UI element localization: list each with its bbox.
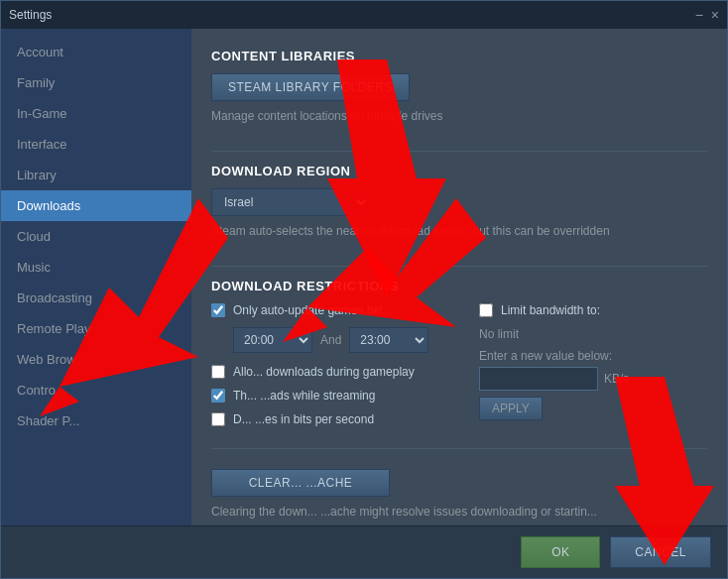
minimize-button[interactable]: − — [695, 8, 703, 22]
apply-button[interactable]: APPLY — [479, 397, 543, 420]
download-restrictions-section: Download Restrictions Only auto-update g… — [211, 279, 707, 436]
allow-downloads-checkbox[interactable] — [211, 365, 225, 379]
download-region-section: Download Region Israel Steam auto-select… — [211, 164, 707, 254]
content-libraries-section: Content Libraries STEAM LIBRARY FOLDERS … — [211, 49, 707, 139]
sidebar: Account Family In-Game Interface Library… — [1, 29, 191, 525]
divider-1 — [211, 151, 707, 152]
close-button[interactable]: × — [711, 8, 719, 22]
window-controls: − × — [695, 8, 719, 22]
and-label: And — [320, 333, 341, 347]
bandwidth-input[interactable] — [479, 367, 598, 391]
restrictions-right: Limit bandwidth to: No limit Enter a new… — [469, 303, 707, 436]
bottom-bar: OK CANCEL — [1, 525, 727, 578]
window-title: Settings — [9, 8, 52, 22]
download-region-desc: Steam auto-selects the nearest download … — [211, 224, 707, 238]
only-update-checkbox[interactable] — [211, 303, 225, 317]
sidebar-item-controller[interactable]: Contro... — [1, 375, 191, 405]
clear-cache-button[interactable]: CLEAR... ...ACHE — [211, 469, 390, 497]
throttle-checkbox[interactable] — [211, 389, 225, 403]
main-panel: Content Libraries STEAM LIBRARY FOLDERS … — [191, 29, 727, 525]
sidebar-item-family[interactable]: Family — [1, 67, 191, 98]
download-region-title: Download Region — [211, 164, 707, 178]
time-from-select[interactable]: 20:00 — [233, 327, 312, 353]
throttle-row: Th... ...ads while streaming — [211, 389, 449, 403]
sidebar-item-cloud[interactable]: Cloud — [1, 221, 191, 252]
display-bits-label: D... ...es in bits per second — [233, 412, 374, 426]
sidebar-item-downloads[interactable]: Downloads — [1, 190, 191, 221]
allow-downloads-label: Allo... downloads during gameplay — [233, 365, 415, 379]
sidebar-item-shader[interactable]: Shader P... — [1, 405, 191, 436]
restrictions-grid: Only auto-update games bel... 20:00 And … — [211, 303, 707, 436]
display-bits-row: D... ...es in bits per second — [211, 412, 449, 426]
cancel-button[interactable]: CANCEL — [610, 536, 711, 568]
content-libraries-title: Content Libraries — [211, 49, 707, 63]
throttle-label: Th... ...ads while streaming — [233, 389, 375, 403]
sidebar-item-broadcasting[interactable]: Broadcasting — [1, 283, 191, 313]
download-restrictions-title: Download Restrictions — [211, 279, 707, 293]
bandwidth-input-row: KB/s — [479, 367, 707, 391]
sidebar-item-remote-play[interactable]: Remote Play — [1, 313, 191, 344]
time-to-select[interactable]: 23:00 — [349, 327, 428, 353]
kb-label: KB/s — [604, 372, 629, 386]
sidebar-item-web-browser[interactable]: Web Brow... — [1, 344, 191, 375]
limit-bandwidth-checkbox[interactable] — [479, 303, 493, 317]
only-update-label: Only auto-update games bel... — [233, 303, 393, 317]
clear-cache-desc: Clearing the down... ...ache might resol… — [211, 505, 707, 519]
content-libraries-desc: Manage content locations on multiple dri… — [211, 109, 707, 123]
time-row: 20:00 And 23:00 — [233, 327, 449, 353]
limit-bandwidth-label: Limit bandwidth to: — [501, 303, 600, 317]
sidebar-item-library[interactable]: Library — [1, 160, 191, 190]
window-content: Account Family In-Game Interface Library… — [1, 29, 727, 525]
display-bits-checkbox[interactable] — [211, 412, 225, 426]
limit-bandwidth-row: Limit bandwidth to: — [479, 303, 707, 317]
sidebar-item-ingame[interactable]: In-Game — [1, 98, 191, 129]
steam-library-folders-button[interactable]: STEAM LIBRARY FOLDERS — [211, 73, 410, 101]
sidebar-item-interface[interactable]: Interface — [1, 129, 191, 160]
only-update-row: Only auto-update games bel... — [211, 303, 449, 317]
divider-2 — [211, 266, 707, 267]
sidebar-item-music[interactable]: Music — [1, 252, 191, 283]
clear-cache-section: CLEAR... ...ACHE Clearing the down... ..… — [211, 461, 707, 525]
ok-button[interactable]: OK — [521, 536, 600, 568]
enter-value-label: Enter a new value below: — [479, 349, 707, 363]
allow-downloads-row: Allo... downloads during gameplay — [211, 365, 449, 379]
no-limit-text: No limit — [479, 327, 707, 341]
region-select[interactable]: Israel — [211, 188, 370, 216]
title-bar: Settings − × — [1, 1, 727, 29]
sidebar-item-account[interactable]: Account — [1, 37, 191, 67]
divider-3 — [211, 448, 707, 449]
restrictions-left: Only auto-update games bel... 20:00 And … — [211, 303, 449, 436]
settings-window: Settings − × Account Family In-Game Inte… — [0, 0, 728, 579]
